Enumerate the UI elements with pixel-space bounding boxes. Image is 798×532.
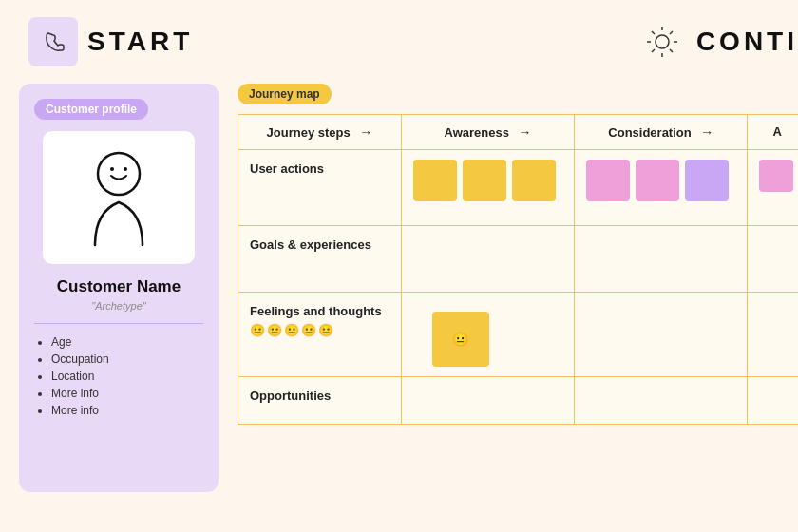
svg-line-6 (670, 49, 673, 52)
consideration-opportunities-cell (575, 377, 748, 425)
col-consideration: Consideration → (575, 115, 748, 150)
list-item: Age (51, 335, 203, 349)
svg-point-10 (110, 167, 114, 171)
avatar (76, 141, 162, 255)
emoji-2: 😐 (267, 323, 282, 337)
row-label-feelings: Feelings and thoughts 😐 😐 😐 😐 😐 (238, 293, 402, 377)
table-row-goals: Goals & experiences (238, 226, 799, 293)
avatar-box (43, 131, 195, 264)
start-label: START (87, 27, 193, 57)
sticky-emoji: 😐 (452, 332, 468, 347)
consideration-sticky-notes (586, 160, 735, 201)
journey-table-wrap: Journey steps → Awareness → Consideratio… (238, 114, 798, 425)
svg-line-7 (670, 31, 673, 34)
journey-map-area: Journey map Journey steps → Awareness → (238, 84, 798, 521)
awareness-actions-cell (401, 150, 574, 226)
sticky-note[interactable] (759, 160, 793, 192)
sun-icon (641, 21, 683, 63)
table-row-feelings: Feelings and thoughts 😐 😐 😐 😐 😐 (238, 293, 799, 377)
svg-line-5 (652, 31, 655, 34)
col-journey-steps: Journey steps → (238, 115, 402, 150)
cont-section: CONTI (637, 17, 798, 66)
main-content: Customer profile Customer Name "Archetyp… (0, 84, 798, 521)
customer-name: Customer Name (57, 277, 180, 296)
journey-map-badge: Journey map (238, 84, 332, 104)
consideration-goals-cell (575, 226, 748, 293)
customer-profile-badge: Customer profile (34, 99, 148, 120)
customer-profile-sidebar: Customer profile Customer Name "Archetyp… (19, 84, 218, 492)
archetype-label: "Archetype" (91, 300, 145, 312)
list-item: More info (51, 404, 203, 417)
next-opportunities-cell (748, 377, 798, 425)
svg-point-0 (656, 35, 669, 48)
cont-icon-box (637, 17, 687, 66)
cont-label: CONTI (696, 27, 798, 57)
table-header-row: Journey steps → Awareness → Consideratio… (238, 115, 799, 150)
sticky-note[interactable] (636, 160, 679, 201)
emoji-row: 😐 😐 😐 😐 😐 (250, 323, 390, 337)
consideration-feelings-cell (575, 293, 748, 377)
list-item: More info (51, 387, 203, 400)
col-next: A (748, 115, 798, 150)
profile-list: Age Occupation Location More info More i… (34, 335, 203, 421)
emoji-5: 😐 (318, 323, 333, 337)
consideration-actions-cell (575, 150, 748, 226)
sticky-note[interactable] (413, 160, 457, 201)
next-actions-cell (748, 150, 798, 226)
header: START CONTI (0, 0, 798, 84)
sticky-note[interactable] (685, 160, 729, 201)
awareness-goals-cell (401, 226, 574, 293)
row-label-opportunities: Opportunities (238, 377, 402, 425)
table-row-opportunities: Opportunities (238, 377, 799, 425)
emoji-3: 😐 (284, 323, 299, 337)
sticky-note-large[interactable]: 😐 (432, 312, 489, 367)
awareness-sticky-notes (413, 160, 562, 201)
sticky-note[interactable] (512, 160, 556, 201)
start-section: START (28, 17, 193, 66)
row-label-user-actions: User actions (238, 150, 402, 226)
arrow-icon: → (359, 124, 372, 140)
awareness-opportunities-cell (401, 377, 574, 425)
svg-point-9 (98, 153, 140, 195)
next-goals-cell (748, 226, 798, 293)
table-row-user-actions: User actions (238, 150, 799, 226)
row-label-goals: Goals & experiences (238, 226, 402, 293)
divider (34, 323, 203, 324)
feelings-sticky-container: 😐 (413, 302, 562, 367)
emoji-4: 😐 (301, 323, 316, 337)
svg-line-8 (652, 49, 655, 52)
sticky-note[interactable] (463, 160, 506, 201)
journey-table: Journey steps → Awareness → Consideratio… (238, 114, 798, 425)
emoji-1: 😐 (250, 323, 265, 337)
arrow-icon: → (700, 124, 713, 140)
sticky-note[interactable] (586, 160, 630, 201)
arrow-icon: → (519, 124, 532, 140)
awareness-feelings-cell: 😐 (401, 293, 574, 377)
next-feelings-cell (748, 293, 798, 377)
phone-icon (37, 26, 69, 58)
list-item: Location (51, 370, 203, 383)
svg-point-11 (124, 167, 127, 171)
list-item: Occupation (51, 352, 203, 366)
col-awareness: Awareness → (401, 115, 574, 150)
start-icon-box (28, 17, 78, 66)
